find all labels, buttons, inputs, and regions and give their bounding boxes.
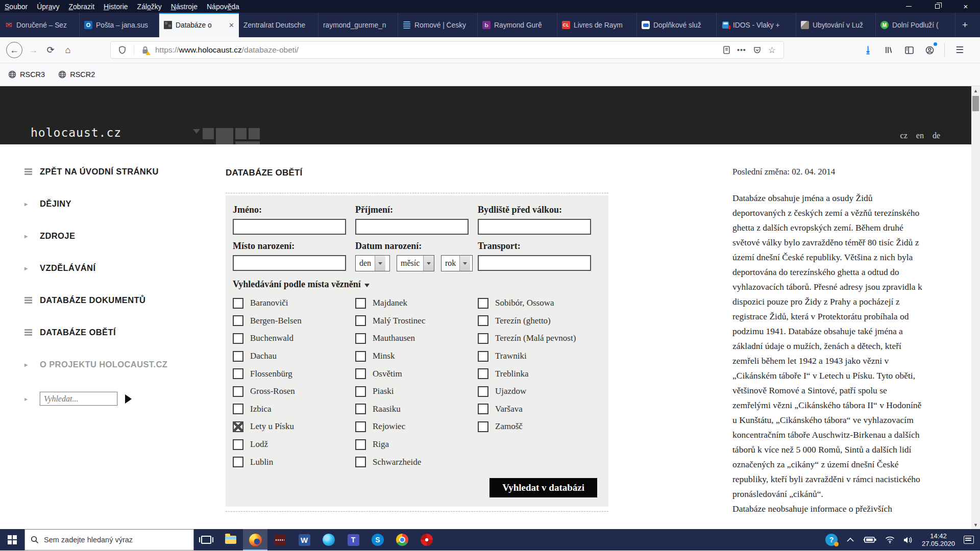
checkbox[interactable] bbox=[478, 404, 488, 414]
page-actions-icon[interactable]: ••• bbox=[737, 46, 746, 54]
tab-databaze-active[interactable]: Databáze o✕ bbox=[159, 13, 239, 37]
downloads-button[interactable]: ⭳ bbox=[860, 41, 877, 59]
tab-raymond-gureme[interactable]: ЬRaymond Gurê bbox=[478, 13, 557, 37]
camp-checkbox-row[interactable]: Sobibór, Ossowa bbox=[478, 294, 601, 312]
sidebar-item[interactable]: ▸ DATABÁZE DOKUMENTŮ bbox=[24, 295, 226, 305]
den-select[interactable]: den bbox=[355, 255, 390, 271]
word-button[interactable]: W bbox=[292, 529, 316, 550]
mesic-select[interactable]: měsíc bbox=[397, 255, 434, 271]
camp-checkbox-row[interactable]: Flossenbürg bbox=[233, 365, 355, 383]
camp-checkbox-row[interactable]: Minsk bbox=[355, 347, 478, 365]
wifi-icon[interactable] bbox=[885, 536, 895, 543]
checkbox[interactable] bbox=[233, 333, 243, 344]
bookmark-rscr2[interactable]: RSCR2 bbox=[58, 70, 95, 79]
start-button[interactable] bbox=[0, 529, 24, 550]
lang-en[interactable]: en bbox=[916, 131, 924, 140]
bookmark-rscr3[interactable]: RSCR3 bbox=[8, 70, 45, 79]
camp-checkbox-row[interactable]: Mauthausen bbox=[355, 330, 478, 347]
bookmark-star-icon[interactable]: ☆ bbox=[768, 45, 776, 56]
restore-button[interactable] bbox=[923, 0, 951, 13]
menu-nastroje[interactable]: Nástroje bbox=[166, 3, 202, 11]
checkbox[interactable] bbox=[233, 457, 243, 467]
reload-button[interactable]: ⟳ bbox=[42, 41, 59, 59]
tab-posta[interactable]: OPošta – jana.sus bbox=[80, 13, 159, 37]
camp-checkbox-row[interactable]: Baranoviči bbox=[233, 294, 355, 312]
help-icon[interactable]: ? bbox=[825, 534, 838, 546]
camp-checkbox-row[interactable]: Riga bbox=[355, 436, 478, 454]
camp-checkbox-row[interactable]: Buchenwald bbox=[233, 330, 355, 347]
prijmeni-input[interactable] bbox=[355, 219, 469, 235]
camp-checkbox-row[interactable]: Lodž bbox=[233, 436, 355, 454]
scrollbar-thumb[interactable] bbox=[972, 96, 979, 111]
tab-dolni-podluzi[interactable]: MDolní Podluží ( bbox=[876, 13, 955, 37]
camps-section-heading[interactable]: Vyhledávání podle místa věznění bbox=[233, 279, 601, 290]
scroll-up-icon[interactable]: ▲ bbox=[971, 86, 980, 95]
checkbox[interactable] bbox=[355, 439, 366, 450]
menu-soubor[interactable]: Soubor bbox=[0, 3, 32, 11]
misto-narozeni-input[interactable] bbox=[233, 255, 346, 271]
sidebars-button[interactable] bbox=[900, 41, 918, 59]
search-submit-icon[interactable] bbox=[125, 394, 132, 404]
menu-historie[interactable]: Historie bbox=[99, 3, 132, 11]
camp-checkbox-row[interactable]: Majdanek bbox=[355, 294, 478, 312]
checkbox[interactable] bbox=[355, 386, 366, 397]
jmeno-input[interactable] bbox=[233, 219, 346, 235]
checkbox[interactable] bbox=[355, 298, 366, 309]
firefox-button[interactable] bbox=[243, 529, 267, 550]
camp-checkbox-row[interactable]: Terezín (ghetto) bbox=[478, 312, 601, 330]
camp-checkbox-row[interactable]: Piaski bbox=[355, 383, 478, 400]
new-tab-button[interactable]: + bbox=[955, 13, 974, 37]
back-button[interactable]: ← bbox=[6, 42, 22, 58]
sidebar-item[interactable]: ▸ DĚJINY bbox=[24, 199, 226, 209]
camp-checkbox-row[interactable]: Terezín (Malá pevnost) bbox=[478, 330, 601, 347]
camp-checkbox-row[interactable]: Rejowiec bbox=[355, 418, 478, 436]
tracking-shield-icon[interactable] bbox=[118, 46, 126, 54]
file-explorer-button[interactable] bbox=[218, 529, 243, 550]
speaker-icon[interactable] bbox=[903, 536, 913, 544]
camp-checkbox-row[interactable]: Ujazdow bbox=[478, 383, 601, 400]
checkbox[interactable] bbox=[355, 404, 366, 414]
checkbox[interactable] bbox=[233, 439, 243, 450]
audio-editor-button[interactable] bbox=[267, 529, 292, 550]
checkbox[interactable] bbox=[233, 351, 243, 362]
taskbar-clock[interactable]: 14:42 27.05.2020 bbox=[922, 532, 955, 547]
lang-de[interactable]: de bbox=[933, 131, 940, 140]
checkbox[interactable] bbox=[233, 386, 243, 397]
checkbox[interactable] bbox=[478, 421, 488, 432]
media-app-button[interactable] bbox=[414, 529, 439, 550]
checkbox[interactable] bbox=[478, 315, 488, 326]
sidebar-item[interactable]: ▸ O PROJEKTU HOLOCAUST.CZ bbox=[24, 360, 226, 369]
taskbar-search[interactable]: Sem zadejte hledaný výraz bbox=[24, 529, 194, 550]
menu-zalozky[interactable]: Záložky bbox=[133, 3, 166, 11]
camp-checkbox-row[interactable]: Bergen-Belsen bbox=[233, 312, 355, 330]
edge-button[interactable] bbox=[316, 529, 341, 550]
checkbox[interactable] bbox=[355, 315, 366, 326]
tab-doplnkove[interactable]: Doplňkové služ bbox=[637, 13, 717, 37]
transport-input[interactable] bbox=[478, 255, 591, 271]
checkbox[interactable] bbox=[233, 368, 243, 379]
forward-button[interactable]: → bbox=[24, 41, 42, 59]
account-button[interactable] bbox=[921, 41, 938, 59]
checkbox[interactable] bbox=[478, 298, 488, 309]
camp-checkbox-row[interactable]: Malý Trostinec bbox=[355, 312, 478, 330]
checkbox[interactable] bbox=[478, 368, 488, 379]
tab-raymond-file[interactable]: raymond_gureme_n bbox=[318, 13, 398, 37]
pocket-icon[interactable] bbox=[753, 46, 761, 54]
tray-chevron-icon[interactable] bbox=[846, 537, 854, 542]
tab-dorucene[interactable]: ✉Doručené – Sez bbox=[0, 13, 80, 37]
camp-checkbox-row[interactable]: Zamošč bbox=[478, 418, 601, 436]
teams-button[interactable]: T bbox=[341, 529, 365, 550]
chrome-button[interactable] bbox=[390, 529, 414, 550]
url-bar[interactable]: https://www.holocaust.cz/databaze-obeti/… bbox=[110, 41, 784, 59]
camp-checkbox-row[interactable]: Lublin bbox=[233, 453, 355, 471]
sidebar-item[interactable]: ▸ VZDĚLÁVÁNÍ bbox=[24, 263, 226, 273]
lock-icon[interactable] bbox=[142, 46, 149, 54]
camp-checkbox-row[interactable]: Gross-Rosen bbox=[233, 383, 355, 400]
scroll-down-icon[interactable]: ▼ bbox=[971, 520, 980, 529]
reader-view-icon[interactable] bbox=[723, 46, 730, 54]
library-button[interactable] bbox=[880, 41, 897, 59]
checkbox[interactable] bbox=[355, 421, 366, 432]
vertical-scrollbar[interactable]: ▲ ▼ bbox=[971, 86, 980, 529]
checkbox[interactable] bbox=[478, 351, 488, 362]
camp-checkbox-row[interactable]: Trawniki bbox=[478, 347, 601, 365]
